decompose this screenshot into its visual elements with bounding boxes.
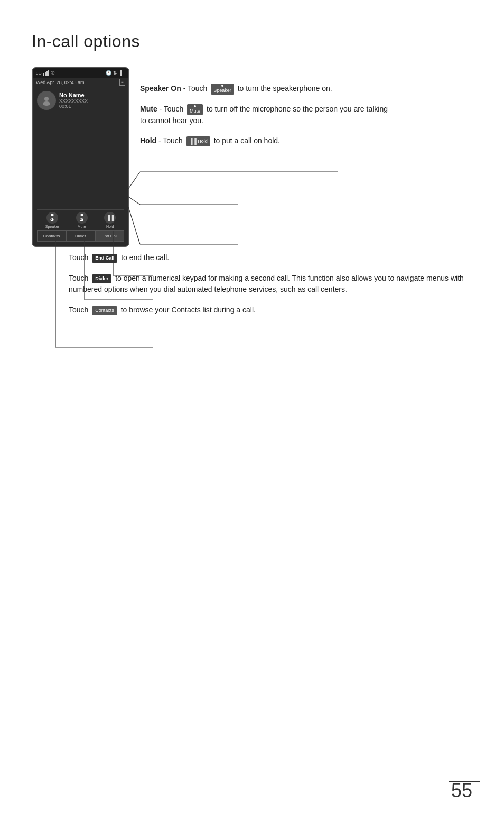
diagram-wrapper: 3G ✆ 🕐 ⇅ ▌ Wed Apr. 28, 02:4	[32, 67, 472, 247]
mute-action-btn[interactable]: ◕ Mute	[76, 212, 88, 228]
hold-annotation: Hold - Touch ▐▐ Hold to put a call on ho…	[140, 135, 394, 146]
mute-label: Mute	[78, 225, 86, 228]
speaker-on-separator: - Touch	[183, 84, 210, 93]
status-left: 3G ✆	[36, 70, 55, 76]
contacts-prefix: Touch	[69, 306, 90, 314]
caller-details: No Name XXXXXXXXX 00:01	[59, 92, 88, 109]
hold-label: Hold	[106, 225, 114, 228]
caller-number: XXXXXXXXX	[59, 98, 88, 104]
hold-badge: ▐▐ Hold	[186, 136, 210, 146]
svg-line-4	[128, 197, 140, 205]
page-number: 55	[451, 780, 472, 802]
svg-point-0	[44, 97, 49, 101]
dialer-button[interactable]: Dialer	[66, 230, 95, 242]
dialer-prefix: Touch	[69, 274, 90, 282]
end-call-badge: End Call	[92, 254, 117, 263]
hold-label-text: Hold	[140, 136, 156, 145]
caller-info: No Name XXXXXXXXX 00:01	[37, 91, 124, 110]
speaker-icon: ◕	[46, 212, 58, 224]
speaker-on-label: Speaker On	[140, 84, 181, 93]
hold-separator: - Touch	[158, 136, 185, 145]
network-indicator: 3G	[36, 71, 42, 76]
mute-icon: ◕	[76, 212, 88, 224]
bottom-annotations: Touch End Call to end the call. Touch Di…	[32, 252, 472, 316]
svg-point-1	[43, 101, 50, 106]
phone-status-bar: 3G ✆ 🕐 ⇅ ▌	[33, 68, 128, 78]
dialer-badge: Dialer	[92, 274, 111, 284]
phone-mockup: 3G ✆ 🕐 ⇅ ▌ Wed Apr. 28, 02:4	[32, 67, 129, 247]
end-call-desc: to end the call.	[121, 253, 169, 262]
phone-date: Wed Apr. 28, 02:43 am	[36, 80, 84, 85]
page-title: In-call options	[32, 32, 472, 51]
speaker-badge: Speaker	[211, 84, 234, 95]
phone-bottom-row: Contacts Dialer End Call	[37, 230, 124, 242]
end-call-button[interactable]: End Call	[95, 230, 124, 242]
hold-icon: ▐▐	[104, 212, 116, 224]
hold-desc: to put a call on hold.	[214, 136, 280, 145]
speaker-on-desc: to turn the speakerphone on.	[238, 84, 332, 93]
end-call-prefix: Touch	[69, 253, 90, 262]
hold-action-btn[interactable]: ▐▐ Hold	[104, 212, 116, 228]
signal-bars-icon	[43, 70, 49, 76]
mute-annotation: Mute - Touch Mute to turn off the microp…	[140, 104, 394, 126]
contacts-button[interactable]: Contacts	[37, 230, 66, 242]
dialer-desc: to open a numerical keypad for making a …	[69, 274, 464, 293]
caller-name: No Name	[59, 92, 88, 98]
sync-icon: ⇅	[113, 70, 117, 76]
svg-line-6	[128, 207, 140, 244]
menu-icon: ≡	[119, 79, 125, 86]
speaker-label: Speaker	[45, 225, 59, 228]
speaker-annotation: Speaker On - Touch Speaker to turn the s…	[140, 83, 394, 95]
status-right: 🕐 ⇅ ▌	[106, 70, 125, 76]
phone-action-row: ◕ Speaker ◕ Mute ▐▐	[37, 209, 124, 230]
dialer-annotation: Touch Dialer to open a numerical keypad …	[63, 273, 472, 295]
phone-spacer	[37, 114, 124, 207]
contacts-desc: to browse your Contacts list during a ca…	[121, 306, 256, 314]
caller-avatar	[37, 91, 56, 110]
svg-line-2	[128, 172, 140, 189]
right-annotations: Speaker On - Touch Speaker to turn the s…	[140, 67, 394, 153]
contacts-badge: Contacts	[92, 306, 117, 316]
call-timer: 00:01	[59, 104, 88, 109]
end-call-annotation: Touch End Call to end the call.	[63, 252, 472, 263]
phone-call-area: No Name XXXXXXXXX 00:01 ◕ Speaker	[33, 87, 128, 246]
contacts-annotation: Touch Contacts to browse your Contacts l…	[63, 304, 472, 316]
mute-label-text: Mute	[140, 105, 157, 113]
call-icon: ✆	[51, 70, 55, 76]
battery-icon: ▌	[119, 70, 125, 76]
alarm-icon: 🕐	[106, 70, 111, 76]
phone-date-row: Wed Apr. 28, 02:43 am ≡	[33, 78, 128, 87]
mute-separator: - Touch	[160, 105, 186, 113]
mute-badge: Mute	[187, 104, 203, 116]
speaker-action-btn[interactable]: ◕ Speaker	[45, 212, 59, 228]
